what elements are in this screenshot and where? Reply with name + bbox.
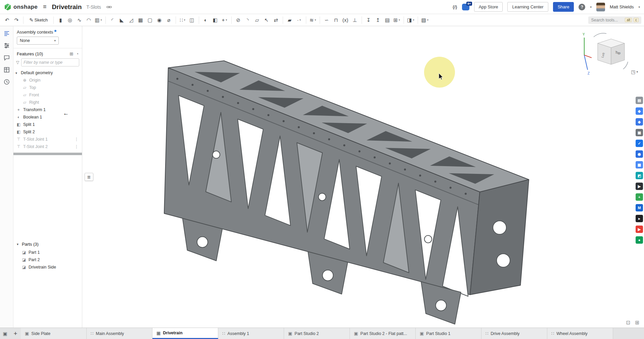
view-options-button[interactable]: ◳ ▾: [631, 69, 638, 75]
table-tool[interactable]: ▤: [383, 15, 392, 25]
share-button[interactable]: Share: [553, 2, 574, 12]
tab-part-studio-2-flat[interactable]: ▣Part Studio 2 - Flat patt...: [350, 328, 416, 339]
sketch-button[interactable]: ✎ Sketch: [26, 15, 51, 25]
shell-tool[interactable]: ▢: [146, 15, 154, 25]
tab-strip-menu-button[interactable]: ▣: [0, 328, 10, 339]
part-1[interactable]: ◪Part 1: [13, 249, 82, 256]
undo-button[interactable]: ↶: [3, 15, 11, 25]
search-tools-input[interactable]: [591, 18, 623, 22]
feature-default-geometry[interactable]: ▾Default geometry: [13, 69, 82, 77]
frame-tool[interactable]: ⊞▾: [393, 15, 401, 25]
move-face-tool[interactable]: ↖: [262, 15, 271, 25]
feature-transform-1[interactable]: ⌖Transform 1: [13, 106, 82, 113]
help-icon[interactable]: ?: [579, 4, 585, 10]
shortcut-7-icon[interactable]: ▦: [636, 161, 643, 168]
feature-list-tab-icon[interactable]: [3, 30, 10, 37]
measure-tool[interactable]: ⊥: [351, 15, 359, 25]
point-tool[interactable]: ∙▾: [295, 15, 304, 25]
shortcut-8-icon[interactable]: ◩: [636, 172, 643, 179]
delete-part-tool[interactable]: ⊘: [234, 15, 243, 25]
collapse-panel-button[interactable]: ≣: [85, 173, 93, 181]
extrude-tool[interactable]: ▮: [56, 15, 65, 25]
history-tab-icon[interactable]: [3, 79, 10, 85]
feature-split-2[interactable]: ◧Split 2: [13, 128, 82, 136]
orbit-arrow-icon[interactable]: [623, 62, 628, 69]
add-folder-icon[interactable]: ⊞: [70, 51, 73, 56]
delete-face-tool[interactable]: ▱: [253, 15, 262, 25]
app-store-button[interactable]: App Store: [474, 2, 503, 12]
rollback-bar[interactable]: [13, 153, 82, 155]
feature-plane-top[interactable]: ▱Top: [13, 84, 82, 91]
tab-assembly-1[interactable]: ∷Assembly 1: [218, 328, 284, 339]
feature-plane-front[interactable]: ▱Front: [13, 91, 82, 99]
shortcut-10-icon[interactable]: +: [636, 193, 643, 201]
variable-tool[interactable]: (x): [341, 15, 350, 25]
shortcut-6-icon[interactable]: ◉: [636, 150, 643, 158]
project-curve-tool[interactable]: ⊓: [332, 15, 340, 25]
feature-boolean-1[interactable]: ◐Boolean 1: [13, 113, 82, 121]
shortcut-9-icon[interactable]: ▶: [636, 183, 643, 190]
transform-tool[interactable]: ⌖▾: [220, 15, 229, 25]
feature-filter-input[interactable]: [21, 58, 79, 66]
3d-model[interactable]: [82, 26, 644, 328]
chamfer-tool[interactable]: ◣: [118, 15, 126, 25]
user-avatar[interactable]: [596, 3, 605, 11]
shortcut-12-icon[interactable]: ▸: [636, 215, 643, 222]
boolean-tool[interactable]: ◐: [201, 15, 210, 25]
helix-tool[interactable]: ≋▾: [309, 15, 317, 25]
clock-icon[interactable]: ◔: [76, 51, 79, 56]
fillet-tool[interactable]: ◜: [108, 15, 117, 25]
add-tab-button[interactable]: +: [10, 328, 21, 339]
feature-script-icon[interactable]: {/}: [453, 4, 457, 9]
feature-origin[interactable]: ⊕Origin: [13, 77, 82, 84]
comments-tab-icon[interactable]: [3, 54, 10, 61]
feature-t-slot-joint-1[interactable]: ⊤T-Slot Joint 1⋮: [13, 136, 82, 143]
loft-tool[interactable]: ◠: [84, 15, 93, 25]
selection-filter-tool[interactable]: ▧▾: [420, 15, 429, 25]
link-icon[interactable]: [106, 4, 112, 10]
parts-header[interactable]: ▾ Parts (3): [13, 240, 82, 249]
revolve-tool[interactable]: ◎: [65, 15, 74, 25]
configurations-tab-icon[interactable]: [3, 42, 10, 49]
user-chevron-down-icon[interactable]: ▾: [638, 5, 640, 9]
sweep-tool[interactable]: ∿: [75, 15, 84, 25]
tab-main-assembly[interactable]: ∷Main Assembly: [87, 328, 152, 339]
rib-tool[interactable]: ▦: [136, 15, 145, 25]
feature-split-1[interactable]: ◧Split 1: [13, 121, 82, 128]
spline-tool[interactable]: ∽: [322, 15, 331, 25]
part-2[interactable]: ◪Part 2: [13, 256, 82, 263]
part-drivetrain-side[interactable]: ◪Drivetrain Side: [13, 263, 82, 271]
help-chevron-down-icon[interactable]: ▾: [590, 5, 592, 9]
custom-tables-tab-icon[interactable]: [3, 66, 10, 73]
shortcut-13-icon[interactable]: ▶: [636, 226, 643, 233]
modify-fillet-tool[interactable]: ◝: [243, 15, 252, 25]
shortcut-14-icon[interactable]: ●: [636, 236, 643, 244]
draft-tool[interactable]: ◿: [127, 15, 136, 25]
search-tools-box[interactable]: alt c: [588, 16, 641, 24]
shortcut-1-icon[interactable]: ▤: [636, 97, 643, 104]
orbit-arrow-icon[interactable]: [594, 33, 606, 37]
snapshot-icon[interactable]: ⊡: [626, 320, 631, 326]
tab-side-plate[interactable]: ▣Side Plate: [21, 328, 87, 339]
shortcut-11-icon[interactable]: M: [636, 204, 643, 211]
view-cube[interactable]: Y Z Top Left: [574, 28, 635, 79]
appearance-tool[interactable]: ◨▾: [406, 15, 415, 25]
feature-plane-right[interactable]: ▱Right: [13, 99, 82, 106]
kebab-menu-icon[interactable]: ⋮: [75, 137, 82, 142]
shortcut-2-icon[interactable]: ◆: [636, 107, 643, 115]
notifications-icon[interactable]: 9+: [462, 4, 469, 10]
tab-drive-assembly[interactable]: ∷Drive Assembly: [481, 328, 547, 339]
mirror-tool[interactable]: ◫: [188, 15, 196, 25]
tab-part-studio-2[interactable]: ▣Part Studio 2: [284, 328, 350, 339]
onshape-logo[interactable]: onshape: [4, 3, 38, 11]
tab-wheel-assembly[interactable]: ∷Wheel Assembly: [547, 328, 613, 339]
shortcut-4-icon[interactable]: ▣: [636, 129, 643, 136]
filter-funnel-icon[interactable]: ▽: [16, 60, 19, 65]
replace-face-tool[interactable]: ⇄: [272, 15, 280, 25]
linear-pattern-tool[interactable]: ∷▾: [178, 15, 187, 25]
learning-center-button[interactable]: Learning Center: [507, 2, 548, 12]
feature-t-slot-joint-2[interactable]: ⊤T-Slot Joint 2⋮: [13, 143, 82, 150]
redo-button[interactable]: ↷: [12, 15, 21, 25]
hole-tool[interactable]: ◉: [155, 15, 164, 25]
tab-part-studio-1[interactable]: ▣Part Studio 1: [416, 328, 481, 339]
